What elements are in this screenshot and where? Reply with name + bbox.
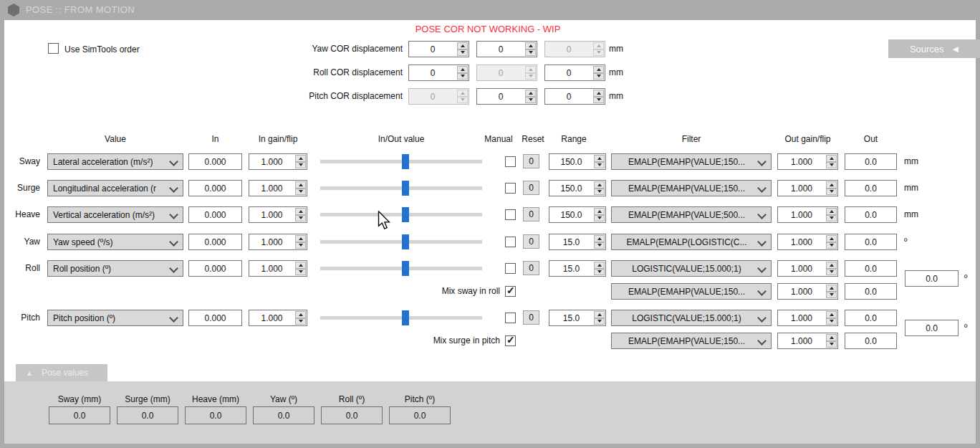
slider-track[interactable] — [320, 160, 482, 163]
spin-up-button[interactable] — [295, 208, 306, 215]
heave-manual-checkbox[interactable] — [505, 209, 516, 220]
spin-up-button[interactable] — [826, 208, 837, 215]
pitch-in-gain-input[interactable]: 1.000 — [249, 310, 307, 326]
yaw-cor-x-input[interactable]: 0 — [408, 41, 469, 57]
pitch-value-select[interactable]: Pitch position (º) — [47, 310, 183, 326]
yaw-value-select[interactable]: Yaw speed (º/s) — [47, 234, 183, 250]
yaw-inout-slider[interactable] — [320, 234, 482, 250]
yaw-cor-y-input[interactable]: 0 — [476, 41, 537, 57]
spin-down-button[interactable] — [594, 189, 605, 196]
spin-up-button[interactable] — [593, 90, 604, 97]
spin-up-button[interactable] — [594, 208, 605, 215]
spin-up-button[interactable] — [525, 90, 536, 97]
spin-down-button[interactable] — [593, 97, 604, 104]
spin-up-button[interactable] — [295, 311, 306, 318]
title-bar[interactable]: POSE :: FROM MOTION — [0, 0, 980, 20]
slider-thumb[interactable] — [402, 181, 409, 196]
spin-down-button[interactable] — [826, 215, 837, 222]
spin-down-button[interactable] — [594, 162, 605, 169]
spin-down-button[interactable] — [826, 162, 837, 169]
pose-values-tab[interactable]: ▲ Pose values — [16, 364, 107, 381]
roll-range-input[interactable]: 15.0 — [549, 260, 606, 277]
spin-up-button[interactable] — [295, 181, 306, 189]
spin-down-button[interactable] — [594, 242, 605, 249]
spin-down-button[interactable] — [826, 341, 837, 348]
spin-down-button[interactable] — [826, 242, 837, 249]
roll-cor-z-input[interactable]: 0 — [544, 65, 605, 81]
pitch-cor-y-input[interactable]: 0 — [476, 88, 537, 105]
roll-out-gain-input[interactable]: 1.000 — [777, 260, 838, 277]
heave-range-input[interactable]: 150.0 — [549, 206, 606, 223]
spin-up-button[interactable] — [594, 311, 605, 318]
surge-out-gain-input[interactable]: 1.000 — [777, 180, 838, 196]
spin-up-button[interactable] — [594, 262, 605, 269]
spin-down-button[interactable] — [295, 162, 306, 169]
pitch-reset-button[interactable]: 0 — [523, 310, 539, 325]
sources-button[interactable]: Sources ◀ — [888, 39, 980, 58]
yaw-range-input[interactable]: 15.0 — [549, 234, 606, 250]
sway-inout-slider[interactable] — [320, 153, 482, 170]
spin-up-button[interactable] — [295, 262, 306, 269]
surge-range-input[interactable]: 150.0 — [549, 180, 606, 196]
sway-in-gain-input[interactable]: 1.000 — [249, 153, 307, 170]
slider-track[interactable] — [320, 316, 482, 320]
spin-up-button[interactable] — [826, 262, 837, 269]
spin-up-button[interactable] — [295, 155, 306, 162]
slider-thumb[interactable] — [402, 154, 409, 169]
pitch-out-gain-input[interactable]: 1.000 — [777, 310, 838, 326]
slider-track[interactable] — [320, 240, 482, 244]
mix-pitch-out-gain-input[interactable]: 1.000 — [777, 333, 838, 349]
slider-thumb[interactable] — [402, 261, 409, 276]
spin-up-button[interactable] — [594, 155, 605, 162]
surge-in-gain-input[interactable]: 1.000 — [249, 180, 307, 196]
spin-down-button[interactable] — [457, 73, 468, 80]
pitch-filter-select[interactable]: LOGISTIC(VALUE;15.000;1) — [611, 310, 772, 326]
yaw-reset-button[interactable]: 0 — [523, 234, 539, 249]
roll-reset-button[interactable]: 0 — [523, 261, 539, 275]
spin-down-button[interactable] — [594, 318, 605, 325]
roll-inout-slider[interactable] — [320, 260, 482, 277]
spin-down-button[interactable] — [525, 97, 536, 104]
spin-down-button[interactable] — [457, 49, 468, 57]
surge-filter-select[interactable]: EMALP(EMAHP(VALUE;150... — [611, 180, 772, 196]
sway-reset-button[interactable]: 0 — [523, 154, 539, 168]
spin-up-button[interactable] — [594, 235, 605, 242]
spin-up-button[interactable] — [457, 42, 468, 49]
sway-manual-checkbox[interactable] — [505, 156, 516, 167]
spin-down-button[interactable] — [826, 269, 837, 276]
spin-down-button[interactable] — [593, 73, 604, 80]
slider-thumb[interactable] — [402, 207, 409, 222]
use-simtools-checkbox[interactable] — [48, 43, 59, 54]
spin-down-button[interactable] — [826, 292, 837, 299]
heave-value-select[interactable]: Vertical acceleration (m/s²) — [47, 206, 183, 223]
pitch-manual-checkbox[interactable] — [505, 313, 516, 323]
mix-surge-in-pitch-checkbox[interactable] — [505, 335, 516, 346]
yaw-out-gain-input[interactable]: 1.000 — [777, 234, 838, 250]
heave-inout-slider[interactable] — [320, 206, 482, 223]
spin-down-button[interactable] — [295, 242, 306, 249]
roll-value-select[interactable]: Roll position (º) — [47, 260, 183, 277]
spin-down-button[interactable] — [295, 318, 306, 325]
spin-down-button[interactable] — [525, 49, 536, 57]
yaw-filter-select[interactable]: EMALP(EMALP(LOGISTIC(C... — [611, 234, 772, 250]
surge-reset-button[interactable]: 0 — [523, 181, 539, 195]
spin-up-button[interactable] — [826, 181, 837, 189]
yaw-manual-checkbox[interactable] — [505, 237, 516, 247]
spin-up-button[interactable] — [525, 42, 536, 49]
spin-down-button[interactable] — [594, 269, 605, 276]
surge-value-select[interactable]: Longitudinal acceleration (r — [47, 180, 183, 196]
spin-down-button[interactable] — [295, 189, 306, 196]
slider-thumb[interactable] — [402, 234, 409, 249]
pitch-inout-slider[interactable] — [320, 310, 482, 326]
spin-up-button[interactable] — [593, 66, 604, 73]
slider-thumb[interactable] — [402, 310, 409, 325]
pitch-range-input[interactable]: 15.0 — [549, 310, 606, 326]
spin-up-button[interactable] — [457, 66, 468, 73]
spin-down-button[interactable] — [826, 189, 837, 196]
mix-roll-out-gain-input[interactable]: 1.000 — [777, 283, 838, 300]
slider-track[interactable] — [320, 213, 482, 216]
roll-manual-checkbox[interactable] — [505, 263, 516, 274]
spin-up-button[interactable] — [826, 155, 837, 162]
spin-down-button[interactable] — [295, 269, 306, 276]
slider-track[interactable] — [320, 186, 482, 190]
